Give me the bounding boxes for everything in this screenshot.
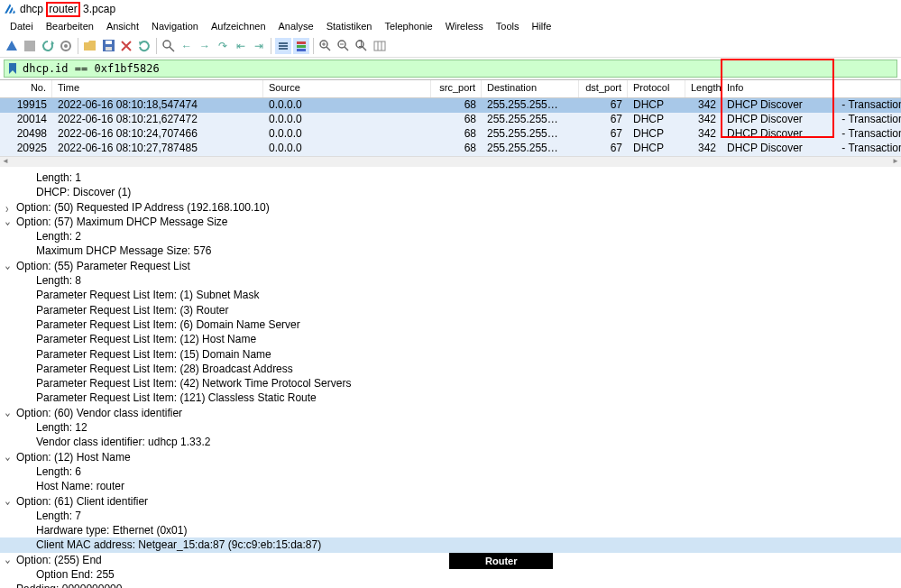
cell: DHCP: [628, 98, 685, 113]
detail-line: Host Name: router: [16, 479, 901, 493]
autoscroll-icon[interactable]: [275, 38, 291, 54]
col-proto[interactable]: Protocol: [628, 80, 685, 97]
detail-line: Vendor class identifier: udhcp 1.33.2: [16, 435, 901, 449]
detail-line: Parameter Request List Item: (42) Networ…: [16, 376, 901, 390]
zoom-reset-icon[interactable]: 1: [354, 38, 370, 54]
menu-tools[interactable]: Tools: [490, 20, 526, 32]
svg-point-2: [64, 44, 68, 48]
detail-line: Option End: 255: [16, 567, 901, 582]
find-icon[interactable]: [161, 38, 177, 54]
tooltip-router: Router: [449, 553, 553, 569]
menu-telephonie[interactable]: Telephonie: [378, 20, 438, 32]
goto-first-icon[interactable]: ⇤: [233, 38, 249, 54]
packet-details[interactable]: Length: 1DHCP: Discover (1)Option: (50) …: [0, 167, 901, 588]
cell: DHCP: [628, 127, 685, 142]
detail-line[interactable]: Option: (50) Requested IP Address (192.1…: [16, 200, 901, 215]
cell: 342: [685, 127, 722, 142]
detail-line: Length: 1: [16, 170, 901, 185]
cell: 20014: [0, 113, 52, 127]
detail-line[interactable]: Option: (57) Maximum DHCP Message Size: [16, 215, 901, 229]
col-time[interactable]: Time: [52, 80, 263, 97]
packet-row[interactable]: 200142022-06-16 08:10:21,6274720.0.0.068…: [0, 113, 901, 127]
goto-last-icon[interactable]: ⇥: [251, 38, 267, 54]
cell: DHCP: [628, 142, 685, 156]
detail-line[interactable]: Option: (61) Client identifier: [16, 494, 901, 509]
stop-capture-icon[interactable]: [22, 38, 38, 54]
save-file-icon[interactable]: [100, 38, 116, 54]
cell: 20498: [0, 127, 52, 142]
detail-line: Parameter Request List Item: (6) Domain …: [16, 317, 901, 332]
cell: 255.255.255…: [482, 98, 579, 113]
title-bar: dhcp router 3.pcap: [0, 0, 901, 18]
detail-line[interactable]: Option: (55) Parameter Request List: [16, 259, 901, 273]
svg-point-6: [163, 41, 170, 48]
open-file-icon[interactable]: [82, 38, 98, 54]
cell: 2022-06-16 08:10:18,547474: [52, 98, 263, 113]
start-capture-icon[interactable]: [4, 38, 20, 54]
cell-info: DHCP Discover - Transaction ID 0xf1bf582…: [722, 127, 901, 142]
svg-text:1: 1: [358, 40, 364, 50]
menu-navigation[interactable]: Navigation: [145, 20, 205, 32]
zoom-in-icon[interactable]: [317, 38, 334, 54]
cell: 68: [431, 127, 482, 142]
cell: 67: [579, 113, 628, 127]
col-dest[interactable]: Destination: [482, 80, 579, 97]
cell: 255.255.255…: [482, 127, 579, 142]
menu-hilfe[interactable]: Hilfe: [525, 20, 557, 32]
app-icon: [4, 3, 16, 15]
detail-line: Parameter Request List Item: (1) Subnet …: [16, 288, 901, 302]
col-no[interactable]: No.: [0, 80, 52, 97]
display-filter-input[interactable]: [4, 60, 897, 78]
detail-line[interactable]: Option: (12) Host Name: [16, 450, 901, 464]
close-file-icon[interactable]: [118, 38, 134, 54]
svg-rect-13: [297, 49, 306, 51]
svg-rect-24: [374, 41, 385, 51]
menu-statistiken[interactable]: Statistiken: [320, 20, 379, 32]
cell: 2022-06-16 08:10:24,707466: [52, 127, 263, 142]
cell: 68: [431, 142, 482, 156]
bookmark-icon[interactable]: [7, 63, 18, 74]
col-info[interactable]: Info: [722, 80, 901, 97]
cell: 0.0.0.0: [263, 142, 431, 156]
next-icon[interactable]: →: [197, 38, 213, 54]
col-srcport[interactable]: src_port: [431, 80, 482, 97]
packet-row[interactable]: 209252022-06-16 08:10:27,7874850.0.0.068…: [0, 142, 901, 156]
svg-rect-4: [106, 41, 112, 44]
restart-capture-icon[interactable]: [40, 38, 56, 54]
col-dstport[interactable]: dst_port: [579, 80, 628, 97]
menu-wireless[interactable]: Wireless: [439, 20, 490, 32]
menu-bearbeiten[interactable]: Bearbeiten: [40, 20, 100, 32]
detail-line: Client MAC address: Netgear_15:da:87 (9c…: [0, 537, 901, 552]
cell: 0.0.0.0: [263, 127, 431, 142]
packet-row[interactable]: 204982022-06-16 08:10:24,7074660.0.0.068…: [0, 127, 901, 142]
packet-row[interactable]: 199152022-06-16 08:10:18,5474740.0.0.068…: [0, 98, 901, 113]
detail-line[interactable]: Option: (60) Vendor class identifier: [16, 406, 901, 420]
h-scrollbar[interactable]: [0, 156, 901, 167]
col-length[interactable]: Length: [685, 80, 722, 97]
prev-icon[interactable]: ←: [179, 38, 195, 54]
menu-ansicht[interactable]: Ansicht: [100, 20, 145, 32]
menu-datei[interactable]: Datei: [4, 20, 40, 32]
zoom-out-icon[interactable]: [336, 38, 352, 54]
cell: 19915: [0, 98, 52, 113]
cell: 342: [685, 142, 722, 156]
jump-icon[interactable]: ↷: [215, 38, 231, 54]
detail-line: Length: 6: [16, 464, 901, 479]
detail-line: Length: 7: [16, 509, 901, 523]
reload-icon[interactable]: [136, 38, 152, 54]
colorize-icon[interactable]: [293, 38, 309, 54]
detail-line: Length: 8: [16, 273, 901, 288]
svg-line-19: [345, 47, 348, 51]
menu-analyse[interactable]: Analyse: [272, 20, 320, 32]
cell-info: DHCP Discover - Transaction ID 0xf1bf582…: [722, 142, 901, 156]
menu-aufzeichnen[interactable]: Aufzeichnen: [205, 20, 272, 32]
cell: 342: [685, 98, 722, 113]
cell: 255.255.255…: [482, 142, 579, 156]
detail-line: Hardware type: Ethernet (0x01): [16, 523, 901, 537]
resize-cols-icon[interactable]: [372, 38, 388, 54]
col-source[interactable]: Source: [263, 80, 431, 97]
svg-rect-9: [279, 45, 288, 47]
cell: DHCP: [628, 113, 685, 127]
options-icon[interactable]: [58, 38, 74, 54]
cell: 67: [579, 98, 628, 113]
